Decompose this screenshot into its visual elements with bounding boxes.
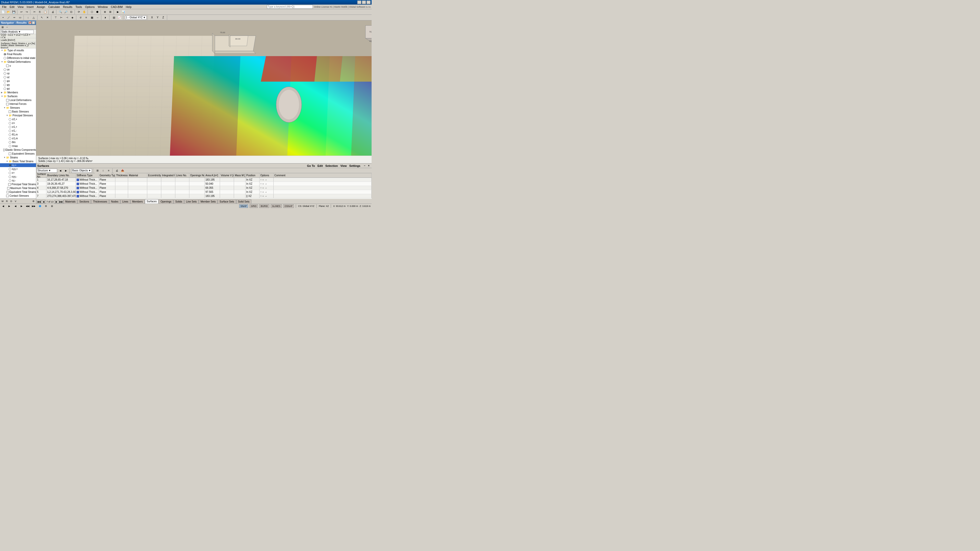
grid-btn-sb[interactable]: GRID: [250, 204, 258, 208]
table-row[interactable]: 7 273,274,388,403-397,470-459,275 Withou…: [36, 194, 372, 198]
tree-item[interactable]: Principal Total Strains: [0, 183, 36, 186]
tree-item[interactable]: εyy,-: [0, 175, 36, 179]
search-input[interactable]: [267, 5, 313, 9]
menu-item-help[interactable]: Help: [124, 5, 133, 8]
page-first[interactable]: ◀◀: [37, 200, 41, 203]
menu-item-view[interactable]: View: [16, 5, 25, 8]
table-row[interactable]: 1 16,17,28,65-47,18 Without Thick... Pla…: [36, 178, 372, 182]
snap-btn[interactable]: SNAP: [239, 204, 248, 208]
tree-item[interactable]: ux: [0, 68, 36, 71]
sb-icon1[interactable]: 🔷: [38, 204, 42, 208]
page-next[interactable]: ▶: [55, 200, 59, 203]
z-axis[interactable]: Z: [161, 15, 166, 20]
sb-nav-left[interactable]: ◀: [13, 204, 18, 208]
nav-results-btn[interactable]: R: [5, 199, 9, 203]
view-dropdown[interactable]: 1 - Global XYZ ▼: [125, 16, 146, 20]
page-last[interactable]: ▶▶: [59, 200, 63, 203]
tab-lines[interactable]: Lines: [121, 200, 130, 203]
snap-btn[interactable]: ⊕: [102, 10, 107, 14]
tree-item[interactable]: σ1,+: [0, 125, 36, 129]
sb-icon3[interactable]: ⊞: [50, 204, 54, 208]
sb-left-arr[interactable]: ◀: [1, 204, 5, 208]
tree-item[interactable]: εyy,+: [0, 167, 36, 171]
minimize-button[interactable]: −: [357, 0, 361, 4]
line-btn[interactable]: ／: [6, 15, 11, 20]
zoom-in[interactable]: 🔍: [58, 10, 63, 14]
x-axis[interactable]: X: [150, 15, 155, 20]
tree-item[interactable]: σ1,m: [0, 137, 36, 140]
redo-btn[interactable]: ↪: [24, 10, 29, 14]
basic-objects-dropdown[interactable]: Basic Objects ▼: [72, 168, 92, 173]
tree-item[interactable]: ε+: [0, 171, 36, 175]
new-btn[interactable]: 📄: [0, 10, 6, 14]
nav-pin-btn[interactable]: 📌: [28, 21, 32, 24]
rotate-btn[interactable]: ⟳: [76, 10, 81, 14]
rt-next[interactable]: ▶: [63, 168, 68, 173]
copy-btn[interactable]: ⎘: [37, 10, 42, 14]
results-menu-goto[interactable]: Go To: [307, 164, 315, 167]
tab-solids[interactable]: Solids: [173, 200, 184, 203]
bgrid-btn[interactable]: BGRID: [259, 204, 269, 208]
tree-item[interactable]: ▼📁Basic Total Strains: [0, 159, 36, 163]
grid-btn[interactable]: ⊞: [108, 10, 113, 14]
tree-item[interactable]: τmax: [0, 144, 36, 148]
select-btn[interactable]: ↖: [39, 15, 45, 20]
tree-item[interactable]: Basic Stresses: [0, 110, 36, 114]
tree-item[interactable]: Local Deformations: [0, 98, 36, 102]
undo-btn[interactable]: ↩: [19, 10, 24, 14]
tab-solid-sets[interactable]: Solid Sets: [236, 200, 251, 203]
rt-group[interactable]: ≡: [106, 168, 111, 173]
tab-line-sets[interactable]: Line Sets: [184, 200, 199, 203]
tree-item[interactable]: σ+: [0, 121, 36, 125]
y-axis[interactable]: Y: [155, 15, 160, 20]
nav-model-btn[interactable]: M: [0, 199, 5, 203]
nav-tb-btn1[interactable]: ⊞: [0, 25, 5, 29]
calc-btn[interactable]: ▶: [115, 10, 121, 14]
open-btn[interactable]: 📂: [6, 10, 11, 14]
table-row[interactable]: 5 1,2,14,271,70-63,28,3,66,69,262,265,2.…: [36, 190, 372, 194]
viewport-3d[interactable]: 75.00 80.00 TOP R FR 0.06 0.04 0.02: [36, 21, 372, 156]
tree-item[interactable]: Elastic Stress Components: [0, 148, 36, 152]
tree-item[interactable]: Maximum Total Strains: [0, 186, 36, 190]
support-btn[interactable]: △: [31, 15, 36, 20]
diagram-btn[interactable]: 📈: [117, 15, 122, 20]
tree-item[interactable]: Differences to initial state: [0, 56, 36, 60]
sb-nav-first[interactable]: ◀◀: [25, 204, 30, 208]
table-btn[interactable]: ▤: [111, 15, 116, 20]
deselect-btn[interactable]: ✕: [45, 15, 50, 20]
results-close[interactable]: ×: [367, 164, 371, 168]
view-top[interactable]: ⊤: [53, 15, 58, 20]
menu-item-edit[interactable]: Edit: [8, 5, 16, 8]
menu-item-options[interactable]: Options: [83, 5, 96, 8]
nav-settings-btn[interactable]: ⚙: [32, 199, 35, 203]
rt-filter[interactable]: ⊞: [95, 168, 100, 173]
save-btn[interactable]: 💾: [11, 10, 16, 14]
rt-sort[interactable]: ↕: [100, 168, 106, 173]
sb-right-arr[interactable]: ▶: [7, 204, 11, 208]
wire-btn[interactable]: ⬡: [89, 10, 94, 14]
tree-item[interactable]: Final Results: [0, 52, 36, 56]
table-row[interactable]: 4 4-9,268,37-58,270 Without Thick... Pla…: [36, 186, 372, 190]
results-menu-selection[interactable]: Selection: [325, 164, 338, 167]
tab-surfaces[interactable]: Surfaces: [145, 199, 159, 203]
tree-item[interactable]: Internal Forces: [0, 102, 36, 106]
isoband[interactable]: ▦: [89, 15, 94, 20]
tree-item[interactable]: uz: [0, 75, 36, 79]
nav-display-btn[interactable]: D: [9, 199, 13, 203]
node-btn[interactable]: •: [0, 15, 6, 20]
glines-btn[interactable]: GLINES: [271, 204, 282, 208]
tree-item[interactable]: ▼📁Stresses: [0, 106, 36, 110]
tree-item[interactable]: ▼📁Surfaces: [0, 94, 36, 98]
zoom-out[interactable]: 🔎: [63, 10, 68, 14]
paste-btn[interactable]: 📋: [43, 10, 48, 14]
tree-item[interactable]: ▼📁Type of results: [0, 48, 36, 52]
tab-member-sets[interactable]: Member Sets: [199, 200, 218, 203]
tree-item[interactable]: φx: [0, 79, 36, 83]
sb-nav-last[interactable]: ▶▶: [32, 204, 36, 208]
render-btn[interactable]: ⬢: [95, 10, 100, 14]
isolines[interactable]: ≡: [84, 15, 89, 20]
tab-nodes[interactable]: Nodes: [109, 200, 120, 203]
menu-item-cad-bim[interactable]: CAD-BIM: [109, 5, 124, 8]
table-row[interactable]: 3 19-26,36-45,27 Without Thick... Plane …: [36, 182, 372, 186]
maximize-button[interactable]: □: [362, 0, 366, 4]
